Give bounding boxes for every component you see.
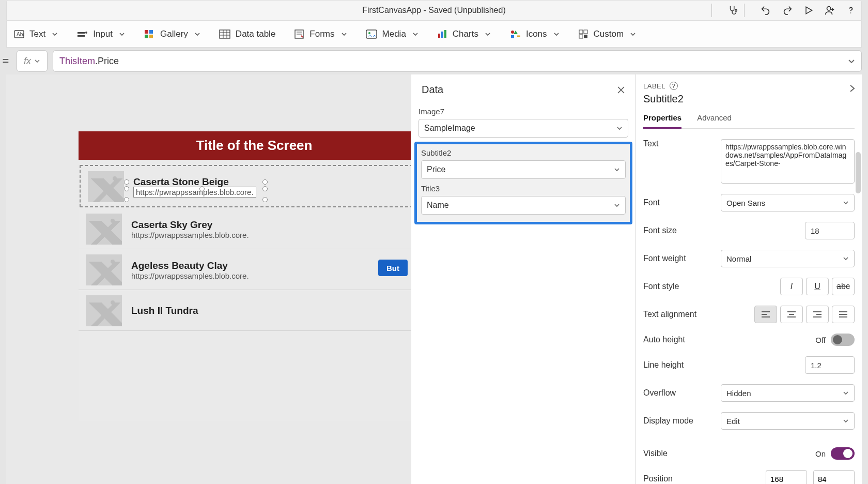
item-title[interactable]: Caserta Stone Beige [133, 176, 412, 188]
tab-advanced[interactable]: Advanced [697, 113, 732, 128]
chevron-down-icon [843, 418, 849, 424]
svg-rect-8 [145, 30, 148, 34]
chevron-down-icon [614, 202, 620, 208]
data-title3-label: Title3 [421, 184, 626, 193]
visible-toggle[interactable] [831, 447, 855, 460]
selection-handle[interactable] [262, 197, 268, 202]
align-justify-icon[interactable] [832, 306, 855, 323]
svg-text:Abc: Abc [17, 32, 24, 37]
app-screen[interactable]: Title of the Screen Caserta Stone Beige … [79, 131, 430, 421]
help-icon[interactable] [846, 5, 856, 16]
svg-rect-6 [78, 35, 85, 37]
tab-properties[interactable]: Properties [643, 113, 681, 129]
formula-expand-icon[interactable] [848, 57, 855, 65]
data-image-select[interactable]: SampleImage [419, 119, 628, 138]
chevron-down-icon [843, 255, 849, 262]
gallery-item-3[interactable]: Lush II Tundra [79, 290, 430, 331]
prop-overflow-value: Hidden [726, 389, 751, 398]
selection-handle[interactable] [124, 186, 129, 191]
redo-icon[interactable] [782, 5, 793, 16]
align-right-icon[interactable] [806, 306, 829, 323]
close-icon[interactable] [617, 86, 625, 94]
undo-icon[interactable] [760, 5, 771, 16]
item-subtitle: https://pwrappssamples.blob.core. [131, 231, 414, 239]
help-circle-icon[interactable]: ? [670, 82, 678, 90]
ribbon-icons-label: Icons [526, 29, 547, 39]
selection-handle[interactable] [124, 179, 129, 185]
prop-displaymode-select[interactable]: Edit [721, 412, 855, 430]
ribbon-forms[interactable]: Forms [294, 29, 347, 39]
fontstyle-italic[interactable]: I [780, 278, 803, 295]
fontstyle-strike[interactable]: abc [832, 278, 855, 295]
props-tabs: Properties Advanced [643, 113, 855, 129]
prop-overflow-label: Overflow [643, 388, 721, 398]
properties-panel: LABEL ? Subtitle2 Properties Advanced Te… [636, 74, 862, 484]
titlebar: FirstCanvasApp - Saved (Unpublished) [6, 0, 862, 21]
svg-rect-20 [438, 34, 440, 38]
ribbon-custom[interactable]: Custom [578, 29, 637, 39]
svg-point-19 [368, 32, 370, 34]
ribbon-icons[interactable]: Icons [509, 29, 560, 39]
align-center-icon[interactable] [780, 306, 803, 323]
chevron-down-icon [843, 200, 849, 206]
canvas-button[interactable]: But [378, 260, 408, 276]
prop-displaymode-label: Display mode [643, 416, 721, 426]
autoheight-value: Off [815, 336, 826, 344]
prop-fontweight-value: Normal [726, 254, 751, 263]
ribbon-charts-label: Charts [453, 29, 478, 39]
gallery-item-2[interactable]: Ageless Beauty Clay https://pwrappssampl… [79, 249, 430, 290]
prop-align-label: Text alignment [643, 310, 721, 319]
panel-collapse-icon[interactable] [848, 84, 856, 93]
data-title3-select[interactable]: Name [421, 196, 626, 215]
position-y-input[interactable] [813, 470, 855, 484]
prop-text-input[interactable] [721, 139, 855, 184]
data-subtitle-select[interactable]: Price [421, 160, 626, 179]
health-check-icon[interactable] [727, 5, 739, 16]
formula-input[interactable]: ThisItem.Price [53, 50, 862, 72]
formula-fx-button[interactable]: fx [17, 50, 48, 72]
prop-fontstyle-label: Font style [643, 282, 721, 291]
screen-title-bar[interactable]: Title of the Screen [79, 131, 430, 160]
prop-fontsize-input[interactable]: 18 [805, 222, 855, 239]
ribbon-text-label: Text [29, 29, 45, 39]
ribbon-text[interactable]: Abc Text [14, 29, 58, 39]
gallery-item-0[interactable]: Caserta Stone Beige https://pwrappssampl… [80, 165, 429, 207]
fontstyle-underline[interactable]: U [806, 278, 829, 295]
selection-handle[interactable] [124, 197, 129, 202]
svg-point-1 [827, 7, 831, 10]
data-title3-value: Name [427, 201, 449, 210]
ribbon-gallery[interactable]: Gallery [144, 29, 200, 39]
item-title: Lush II Tundra [131, 305, 414, 316]
svg-rect-25 [579, 30, 583, 34]
prop-fontweight-select[interactable]: Normal [721, 250, 855, 267]
autoheight-toggle[interactable] [831, 334, 855, 346]
ribbon-media[interactable]: Media [366, 29, 419, 39]
share-user-icon[interactable] [824, 5, 835, 16]
data-panel-highlight: Subtitle2 Price Title3 Name [414, 142, 632, 224]
svg-rect-21 [441, 32, 443, 38]
ribbon-charts[interactable]: Charts [437, 29, 491, 39]
gallery[interactable]: Caserta Stone Beige https://pwrappssampl… [79, 160, 430, 331]
scrollbar-thumb[interactable] [856, 152, 861, 193]
selection-handle[interactable] [199, 186, 205, 191]
align-left-icon[interactable] [754, 306, 777, 323]
play-preview-icon[interactable] [803, 5, 814, 16]
item-subtitle-selected[interactable]: https://pwrappssamples.blob.core. [133, 187, 256, 198]
svg-rect-10 [145, 35, 148, 38]
formula-token-thisitem: ThisItem [59, 56, 95, 67]
ribbon-data-table[interactable]: Data table [219, 29, 276, 39]
ribbon-input[interactable]: Input [76, 29, 125, 39]
selection-handle[interactable] [262, 186, 268, 191]
prop-lineheight-input[interactable]: 1.2 [805, 356, 855, 374]
image-placeholder-icon [86, 214, 122, 245]
prop-overflow-select[interactable]: Hidden [721, 384, 855, 402]
image-placeholder-icon[interactable] [88, 171, 124, 202]
app-title: FirstCanvasApp - Saved (Unpublished) [362, 6, 505, 15]
position-x-input[interactable] [766, 470, 807, 484]
data-image-value: SampleImage [424, 124, 475, 133]
canvas-button-label: But [386, 264, 399, 273]
prop-font-select[interactable]: Open Sans [721, 194, 855, 211]
chevron-down-icon [616, 125, 623, 131]
item-title: Caserta Sky Grey [131, 219, 414, 231]
gallery-item-1[interactable]: Caserta Sky Grey https://pwrappssamples.… [79, 208, 430, 249]
